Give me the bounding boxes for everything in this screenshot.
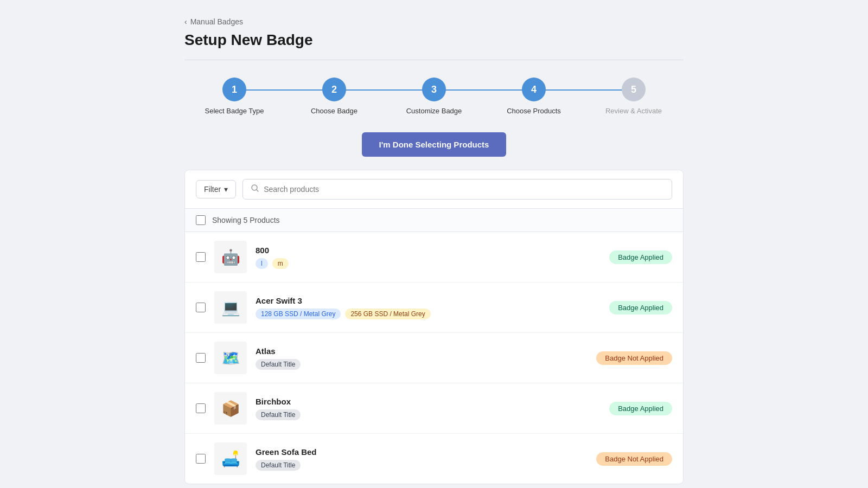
product-info: BirchboxDefault Title [256, 397, 601, 420]
product-checkbox-4[interactable] [196, 454, 206, 464]
product-variants: Default Title [256, 409, 601, 420]
variant-tag: l [256, 258, 268, 269]
step-item-1: 1Select Badge Type [184, 78, 284, 115]
badge-status: Badge Not Applied [596, 452, 672, 466]
variant-tag: m [272, 258, 289, 269]
filter-label: Filter [204, 185, 221, 194]
product-thumbnail: 🗺️ [214, 342, 247, 374]
product-variants: 128 GB SSD / Metal Grey256 GB SSD / Meta… [256, 309, 601, 319]
stepper: 1Select Badge Type2Choose Badge3Customiz… [184, 78, 684, 115]
product-checkbox-0[interactable] [196, 252, 206, 262]
step-item-5: 5Review & Activate [584, 78, 684, 115]
badge-status: Badge Applied [609, 402, 672, 415]
badge-status: Badge Applied [609, 301, 672, 314]
product-variants: lm [256, 258, 601, 269]
product-variants: Default Title [256, 460, 588, 471]
table-row: 🛋️Green Sofa BedDefault TitleBadge Not A… [185, 434, 683, 484]
filter-bar: Filter ▾ [185, 170, 683, 209]
step-item-2: 2Choose Badge [284, 78, 384, 115]
product-name: Acer Swift 3 [256, 296, 601, 305]
step-label-2: Choose Badge [311, 107, 358, 115]
product-info: AtlasDefault Title [256, 346, 588, 370]
badge-status: Badge Applied [609, 251, 672, 264]
breadcrumb-label[interactable]: Manual Badges [190, 17, 243, 26]
step-label-5: Review & Activate [605, 107, 662, 115]
search-input[interactable] [264, 185, 664, 194]
products-panel: Filter ▾ Showing 5 Products 🤖800lmBadge … [184, 170, 684, 484]
product-thumbnail: 📦 [214, 392, 247, 425]
variant-tag: 128 GB SSD / Metal Grey [256, 309, 341, 319]
step-circle-3: 3 [422, 78, 446, 101]
step-item-3: 3Customize Badge [384, 78, 484, 115]
variant-tag: 256 GB SSD / Metal Grey [345, 309, 430, 319]
product-name: 800 [256, 246, 601, 255]
showing-text: Showing 5 Products [212, 216, 280, 224]
badge-status: Badge Not Applied [596, 351, 672, 365]
table-row: 🗺️AtlasDefault TitleBadge Not Applied [185, 333, 683, 383]
step-circle-5: 5 [622, 78, 646, 101]
product-info: Acer Swift 3128 GB SSD / Metal Grey256 G… [256, 296, 601, 319]
product-name: Birchbox [256, 397, 601, 406]
page-title: Setup New Badge [184, 31, 684, 49]
done-button-container: I'm Done Selecting Products [184, 132, 684, 157]
divider [184, 60, 684, 60]
product-list: 🤖800lmBadge Applied💻Acer Swift 3128 GB S… [185, 232, 683, 484]
variant-tag: Default Title [256, 460, 301, 471]
step-label-3: Customize Badge [406, 107, 462, 115]
product-name: Green Sofa Bed [256, 447, 588, 457]
step-label-4: Choose Products [507, 107, 561, 115]
product-checkbox-2[interactable] [196, 353, 206, 363]
filter-button[interactable]: Filter ▾ [196, 180, 236, 198]
filter-chevron-icon: ▾ [224, 185, 228, 194]
step-circle-2: 2 [322, 78, 346, 101]
table-row: 💻Acer Swift 3128 GB SSD / Metal Grey256 … [185, 282, 683, 333]
variant-tag: Default Title [256, 359, 301, 370]
product-info: Green Sofa BedDefault Title [256, 447, 588, 471]
step-circle-4: 4 [522, 78, 546, 101]
done-selecting-button[interactable]: I'm Done Selecting Products [362, 132, 507, 157]
variant-tag: Default Title [256, 409, 301, 420]
search-box [242, 179, 672, 200]
product-info: 800lm [256, 246, 601, 269]
step-label-1: Select Badge Type [205, 107, 264, 115]
product-name: Atlas [256, 346, 588, 356]
product-checkbox-3[interactable] [196, 403, 206, 413]
back-arrow-icon: ‹ [184, 17, 187, 26]
step-circle-1: 1 [222, 78, 246, 101]
product-thumbnail: 💻 [214, 291, 247, 324]
showing-row: Showing 5 Products [185, 209, 683, 232]
product-thumbnail: 🤖 [214, 241, 247, 273]
select-all-checkbox[interactable] [196, 215, 206, 225]
product-checkbox-1[interactable] [196, 303, 206, 312]
table-row: 🤖800lmBadge Applied [185, 232, 683, 282]
search-icon [251, 184, 259, 195]
step-item-4: 4Choose Products [484, 78, 584, 115]
breadcrumb[interactable]: ‹ Manual Badges [184, 17, 684, 26]
table-row: 📦BirchboxDefault TitleBadge Applied [185, 383, 683, 434]
product-variants: Default Title [256, 359, 588, 370]
product-thumbnail: 🛋️ [214, 442, 247, 475]
